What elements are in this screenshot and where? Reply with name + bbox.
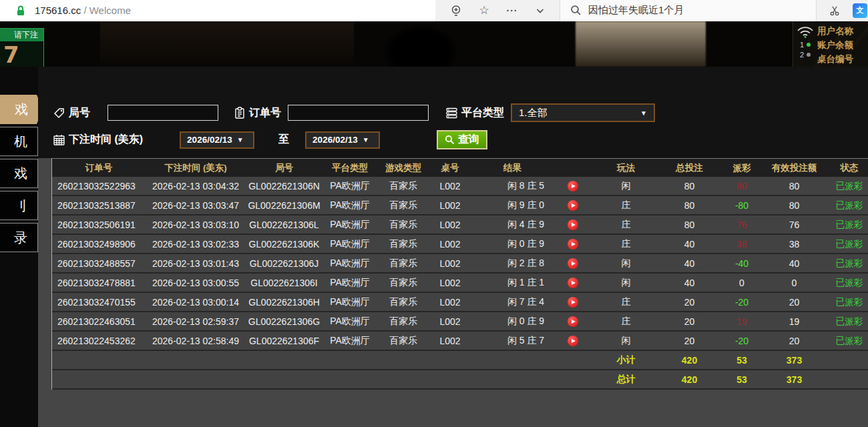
cell-result: 闲 4 庄 9: [471, 216, 594, 234]
cell-game-type: 百家乐: [377, 332, 429, 350]
subtotal-row: 小计 420 53 373: [52, 351, 868, 370]
cell-status: 已派彩: [826, 332, 868, 350]
video-ambience: [100, 21, 354, 67]
table-header-cell: 局号: [246, 159, 322, 177]
cell-order-id: 260213032498906: [52, 235, 146, 253]
cell-bet-side: 闲: [594, 177, 658, 195]
date-from-picker[interactable]: 2026/02/13 ▼: [180, 131, 254, 149]
sidebar-tab[interactable]: 戏: [0, 159, 38, 188]
main-panel: 局号 订单号 平台类型 1.全部 ▼: [38, 67, 868, 427]
round-number-input[interactable]: [107, 105, 218, 121]
sidebar-tab[interactable]: 录: [0, 223, 38, 252]
zoom-page-icon[interactable]: [450, 5, 462, 17]
cell-valid-bet: 20: [763, 332, 826, 350]
total-label: 总计: [594, 374, 658, 386]
cell-table-no: L002: [429, 216, 471, 234]
replay-video-icon[interactable]: [568, 200, 578, 211]
cell-payout: -80: [721, 196, 763, 214]
sidebar-tab-label: 戏: [15, 101, 28, 119]
cell-platform: PA欧洲厅: [322, 235, 377, 253]
order-number-input[interactable]: [288, 105, 429, 121]
search-input[interactable]: 因怕过年失眠近1个月: [560, 0, 817, 21]
cell-table-no: L002: [429, 196, 471, 214]
replay-video-icon[interactable]: [568, 316, 578, 327]
query-button[interactable]: 查询: [437, 130, 487, 149]
table-header-cell: 玩法: [594, 159, 658, 177]
cell-result: 闲 0 庄 9: [471, 312, 594, 330]
cell-bet-side: 闲: [594, 332, 658, 350]
sidebar-tab[interactable]: 刂: [0, 191, 38, 220]
countdown-number: 7: [0, 41, 43, 67]
cell-payout: -20: [721, 293, 763, 311]
subtotal-valid: 373: [763, 355, 826, 366]
account-info-label: 账户余额: [817, 38, 868, 52]
cell-platform: PA欧洲厅: [322, 293, 377, 311]
cell-game-type: 百家乐: [377, 293, 429, 311]
date-to-picker[interactable]: 2026/02/13 ▼: [305, 131, 380, 149]
cell-total-bet: 20: [658, 332, 721, 350]
replay-video-icon[interactable]: [568, 239, 578, 250]
cell-bet-side: 闲: [594, 274, 658, 292]
cell-status: 已派彩: [826, 235, 868, 253]
sidebar-tab[interactable]: 戏: [0, 95, 43, 124]
replay-video-icon[interactable]: [568, 297, 578, 308]
platform-type-value: 1.全部: [519, 107, 548, 119]
platform-type-select[interactable]: 1.全部 ▼: [511, 103, 655, 122]
cell-round-id: GL0022621306F: [246, 332, 322, 350]
table-row: 260213032478881 2026-02-13 03:00:55 GL00…: [52, 274, 868, 293]
more-options-icon[interactable]: ···: [506, 5, 518, 17]
live-video-strip: 请下注 7 1 2: [0, 21, 868, 67]
scissors-icon[interactable]: [829, 5, 841, 17]
cell-bet-side: 庄: [594, 293, 658, 311]
bet-time-label: 下注时间 (美东): [69, 133, 143, 147]
please-bet-badge: 请下注: [0, 29, 43, 41]
cell-platform: PA欧洲厅: [322, 274, 377, 292]
cell-platform: PA欧洲厅: [322, 254, 377, 272]
replay-video-icon[interactable]: [568, 336, 578, 346]
camera-selector[interactable]: 1: [800, 41, 811, 49]
result-score: 闲 7 庄 4: [471, 296, 568, 308]
cell-payout: -40: [721, 254, 763, 272]
replay-video-icon[interactable]: [568, 220, 578, 230]
cell-round-id: GL0022621306H: [246, 293, 322, 311]
cell-total-bet: 40: [658, 254, 721, 272]
cell-bet-time: 2026-02-13 03:02:33: [146, 235, 246, 253]
table-header-cell: 游戏类型: [377, 159, 429, 177]
result-score: 闲 5 庄 7: [471, 335, 568, 347]
cell-total-bet: 80: [658, 196, 721, 214]
cell-result: 闲 7 庄 4: [471, 293, 594, 311]
camera-selector[interactable]: 2: [800, 51, 811, 59]
favorite-star-icon[interactable]: ☆: [478, 5, 490, 17]
sidebar-tab[interactable]: 机: [0, 127, 38, 156]
cell-bet-time: 2026-02-13 02:58:49: [146, 332, 246, 350]
cell-total-bet: 80: [658, 216, 721, 234]
calendar-caret-icon: ▼: [237, 136, 244, 143]
cell-round-id: GL0022621306N: [246, 177, 322, 195]
address-bar[interactable]: 175616.cc / Welcome: [0, 0, 435, 21]
query-form: 局号 订单号 平台类型 1.全部 ▼: [38, 67, 868, 158]
translate-icon[interactable]: 文: [853, 3, 867, 18]
page-url: 175616.cc / Welcome: [35, 5, 131, 16]
cell-payout: 80: [721, 177, 763, 195]
cell-round-id: GL0022621306K: [246, 235, 322, 253]
cell-game-type: 百家乐: [377, 216, 429, 234]
replay-video-icon[interactable]: [568, 181, 578, 191]
table-row: 260213032488557 2026-02-13 03:01:43 GL00…: [52, 254, 868, 274]
replay-video-icon[interactable]: [568, 278, 578, 288]
replay-video-icon[interactable]: [568, 258, 578, 269]
search-icon: [570, 5, 582, 17]
select-caret-icon: ▼: [640, 109, 647, 117]
cell-table-no: L002: [429, 254, 471, 272]
table-header-cell: 桌号: [429, 159, 471, 177]
cell-status: 已派彩: [826, 274, 868, 292]
cell-order-id: 260213032470155: [52, 293, 146, 311]
table-header-cell: 派彩: [721, 159, 763, 177]
dealer-silhouette: [384, 25, 457, 67]
search-query-text: 因怕过年失眠近1个月: [588, 4, 684, 17]
cell-order-id: 260213032478881: [52, 274, 146, 292]
cell-valid-bet: 80: [763, 196, 826, 214]
total-bet: 420: [658, 374, 721, 385]
cell-table-no: L002: [429, 293, 471, 311]
cell-total-bet: 40: [658, 235, 721, 253]
chevron-down-icon[interactable]: [534, 5, 546, 17]
